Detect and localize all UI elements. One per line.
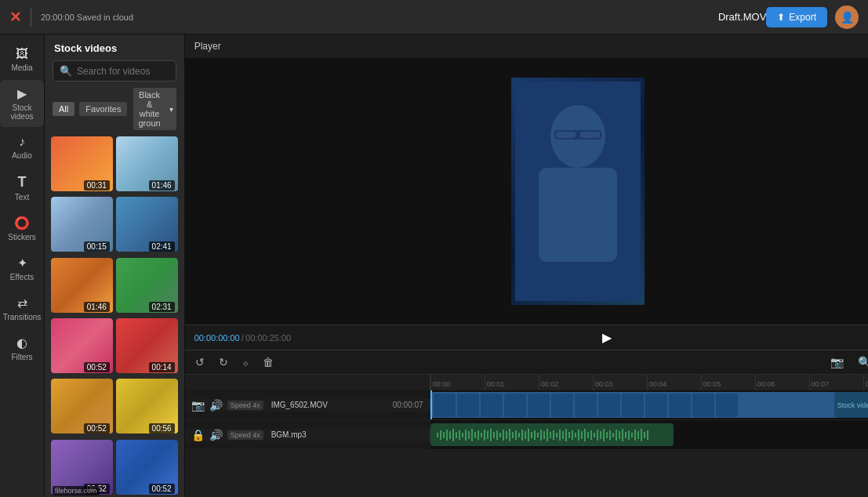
tick-5: 00:05 bbox=[701, 375, 755, 390]
sidebar-item-effects[interactable]: ✦ Effects bbox=[0, 249, 44, 288]
filter-tab-favorites[interactable]: Favorites bbox=[79, 102, 127, 116]
search-icon: 🔍 bbox=[60, 65, 72, 77]
svg-rect-39 bbox=[540, 430, 542, 441]
svg-rect-33 bbox=[521, 430, 523, 441]
svg-rect-4 bbox=[556, 132, 576, 138]
audio-filename: BGM.mp3 bbox=[271, 430, 423, 439]
svg-rect-61 bbox=[609, 430, 611, 440]
svg-rect-29 bbox=[509, 429, 510, 441]
main-layout: 🖼 Media ▶ Stockvideos ♪ Audio T Text ⭕ S… bbox=[0, 34, 868, 497]
sidebar-item-filters[interactable]: ◐ Filters bbox=[0, 329, 44, 368]
svg-rect-49 bbox=[572, 430, 573, 440]
svg-rect-6 bbox=[437, 433, 438, 437]
video-thumb-12[interactable]: 00:52 bbox=[116, 440, 178, 497]
sidebar-label-stickers: Stickers bbox=[8, 233, 36, 241]
player-video-inner bbox=[511, 78, 645, 305]
export-button[interactable]: ⬆ Export bbox=[766, 7, 827, 27]
duration-badge-10: 00:56 bbox=[149, 423, 175, 434]
stickers-icon: ⭕ bbox=[14, 216, 30, 230]
sidebar-item-media[interactable]: 🖼 Media bbox=[0, 41, 44, 78]
svg-rect-26 bbox=[499, 433, 501, 437]
duration-badge-8: 00:14 bbox=[149, 362, 175, 372]
duration-badge-4: 02:41 bbox=[149, 241, 175, 252]
svg-rect-50 bbox=[575, 433, 576, 437]
track-audio-icon[interactable]: 🔊 bbox=[209, 399, 223, 412]
redo-button[interactable]: ↻ bbox=[215, 354, 232, 371]
audio-speed-badge: Speed 4x bbox=[227, 430, 263, 440]
video-thumb-4[interactable]: 02:41 bbox=[116, 197, 178, 254]
svg-rect-63 bbox=[616, 430, 617, 441]
document-title: Draft.MOV bbox=[718, 11, 766, 23]
audio-track-lock-icon[interactable]: 🔒 bbox=[191, 429, 205, 441]
svg-rect-18 bbox=[474, 432, 476, 438]
sidebar-item-stock[interactable]: ▶ Stockvideos bbox=[0, 80, 44, 127]
timeline: ↺ ↻ ⬦ 🗑 📷 🔍 🔍 00:00 00:01 00:02 bbox=[185, 350, 868, 450]
sidebar-item-transitions[interactable]: ⇄ Transitions bbox=[0, 289, 44, 328]
watermark: filehorse.com bbox=[53, 486, 100, 495]
video-thumb-2[interactable]: 01:46 bbox=[116, 136, 178, 194]
svg-rect-45 bbox=[559, 430, 561, 441]
video-thumb-10[interactable]: 00:56 bbox=[116, 379, 178, 436]
video-thumb-5[interactable]: 01:46 bbox=[51, 258, 113, 315]
svg-rect-34 bbox=[525, 431, 526, 439]
svg-rect-58 bbox=[600, 431, 601, 439]
ruler-side bbox=[185, 375, 430, 390]
audio-icon: ♪ bbox=[19, 135, 25, 149]
time-divider: / bbox=[242, 332, 244, 343]
search-input[interactable] bbox=[77, 66, 169, 77]
video-thumb-1[interactable]: 00:31 bbox=[51, 136, 113, 194]
sidebar-item-stickers[interactable]: ⭕ Stickers bbox=[0, 209, 44, 248]
video-thumb-6[interactable]: 02:31 bbox=[116, 258, 178, 315]
duration-badge-12: 00:52 bbox=[149, 484, 175, 494]
tick-1: 00:01 bbox=[485, 375, 539, 390]
svg-rect-72 bbox=[644, 432, 645, 438]
player-area: Player 00:00:00:00 bbox=[185, 34, 868, 497]
audio-track-content bbox=[430, 420, 868, 449]
svg-rect-65 bbox=[622, 429, 623, 441]
audio-track-mute-icon[interactable]: 🔊 bbox=[209, 429, 223, 441]
svg-rect-20 bbox=[481, 433, 482, 437]
filter-tab-all[interactable]: All bbox=[53, 102, 74, 116]
svg-rect-59 bbox=[603, 429, 605, 441]
player-controls: 00:00:00:00 / 00:00:25:00 ▶ 9:16 ▾ ⛶ bbox=[185, 325, 868, 350]
svg-rect-14 bbox=[462, 433, 463, 437]
svg-rect-67 bbox=[628, 430, 630, 440]
svg-rect-60 bbox=[606, 432, 608, 438]
svg-rect-17 bbox=[471, 429, 473, 441]
stock-video-clip[interactable]: Stock video.MOV 00:00:18 bbox=[834, 392, 868, 418]
playhead bbox=[430, 390, 432, 419]
video-thumb-3[interactable]: 00:15 bbox=[51, 197, 113, 254]
sidebar-item-text[interactable]: T Text bbox=[0, 168, 44, 208]
filter-tabs: All Favorites Black & white groun bbox=[45, 88, 184, 136]
video-track-controls: 📷 🔊 Speed 4x IMG_6502.MOV 00:00:07 bbox=[185, 399, 430, 412]
sidebar-item-audio[interactable]: ♪ Audio bbox=[0, 129, 44, 166]
svg-rect-37 bbox=[534, 430, 536, 440]
zoom-out-button[interactable]: 🔍 bbox=[854, 354, 868, 371]
video-thumb-8[interactable]: 00:14 bbox=[116, 318, 178, 375]
svg-rect-48 bbox=[568, 432, 570, 438]
media-icon: 🖼 bbox=[16, 47, 28, 61]
undo-button[interactable]: ↺ bbox=[191, 354, 209, 371]
tick-2: 00:02 bbox=[539, 375, 593, 390]
avatar[interactable]: 👤 bbox=[835, 5, 859, 29]
camera-button[interactable]: 📷 bbox=[826, 354, 848, 371]
stock-icon: ▶ bbox=[17, 86, 27, 101]
filter-dropdown[interactable]: Black & white groun bbox=[133, 88, 176, 130]
svg-rect-23 bbox=[490, 429, 492, 441]
duration-badge-7: 00:52 bbox=[84, 362, 110, 372]
delete-button[interactable]: 🗑 bbox=[259, 354, 278, 371]
player-header: Player bbox=[185, 34, 868, 58]
main-video-clip[interactable] bbox=[430, 392, 868, 418]
video-thumb-9[interactable]: 00:52 bbox=[51, 379, 113, 436]
track-camera-icon[interactable]: 📷 bbox=[191, 399, 205, 412]
audio-clip[interactable] bbox=[430, 423, 674, 446]
video-thumb-7[interactable]: 00:52 bbox=[51, 318, 113, 375]
svg-rect-62 bbox=[612, 433, 614, 437]
video-thumb-11[interactable]: 00:52 filehorse.com bbox=[51, 440, 113, 497]
split-button[interactable]: ⬦ bbox=[238, 354, 252, 371]
svg-rect-28 bbox=[506, 431, 507, 439]
svg-rect-71 bbox=[641, 429, 642, 441]
play-button[interactable]: ▶ bbox=[602, 330, 612, 345]
duration-badge-1: 00:31 bbox=[84, 180, 110, 190]
topbar: ✕ 20:00:00 Saved in cloud Draft.MOV ⬆ Ex… bbox=[0, 0, 868, 34]
